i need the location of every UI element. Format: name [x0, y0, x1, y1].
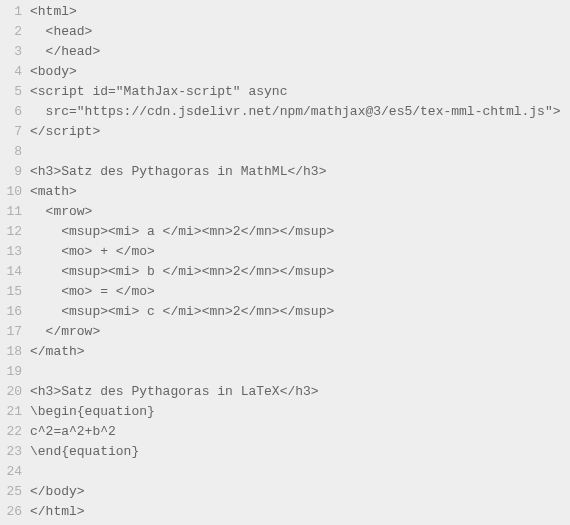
code-line: </mrow>	[30, 322, 570, 342]
code-line: c^2=a^2+b^2	[30, 422, 570, 442]
code-line: </math>	[30, 342, 570, 362]
code-line: </script>	[30, 122, 570, 142]
code-line: <msup><mi> a </mi><mn>2</mn></msup>	[30, 222, 570, 242]
line-number: 14	[0, 262, 22, 282]
line-number: 18	[0, 342, 22, 362]
code-block: 1234567891011121314151617181920212223242…	[0, 2, 570, 522]
line-number: 24	[0, 462, 22, 482]
line-number: 16	[0, 302, 22, 322]
line-number: 10	[0, 182, 22, 202]
code-line: <msup><mi> c </mi><mn>2</mn></msup>	[30, 302, 570, 322]
gutter: 1234567891011121314151617181920212223242…	[0, 2, 30, 522]
code-line: <script id="MathJax-script" async	[30, 82, 570, 102]
line-number: 8	[0, 142, 22, 162]
line-number: 11	[0, 202, 22, 222]
code-line	[30, 462, 570, 482]
code-line: <msup><mi> b </mi><mn>2</mn></msup>	[30, 262, 570, 282]
code-line: \end{equation}	[30, 442, 570, 462]
code-line: <mo> + </mo>	[30, 242, 570, 262]
line-number: 6	[0, 102, 22, 122]
code-line: <h3>Satz des Pythagoras in LaTeX</h3>	[30, 382, 570, 402]
line-number: 17	[0, 322, 22, 342]
code-line: <html>	[30, 2, 570, 22]
line-number: 26	[0, 502, 22, 522]
line-number: 19	[0, 362, 22, 382]
code-line: </html>	[30, 502, 570, 522]
code-line: <h3>Satz des Pythagoras in MathML</h3>	[30, 162, 570, 182]
line-number: 22	[0, 422, 22, 442]
line-number: 9	[0, 162, 22, 182]
line-number: 15	[0, 282, 22, 302]
code-line: src="https://cdn.jsdelivr.net/npm/mathja…	[30, 102, 570, 122]
code-line: </body>	[30, 482, 570, 502]
line-number: 13	[0, 242, 22, 262]
code-line: </head>	[30, 42, 570, 62]
line-number: 12	[0, 222, 22, 242]
line-number: 20	[0, 382, 22, 402]
code-line: <mrow>	[30, 202, 570, 222]
code-line: \begin{equation}	[30, 402, 570, 422]
line-number: 3	[0, 42, 22, 62]
line-number: 1	[0, 2, 22, 22]
code-lines: <html> <head> </head><body><script id="M…	[30, 2, 570, 522]
line-number: 23	[0, 442, 22, 462]
code-line: <head>	[30, 22, 570, 42]
line-number: 7	[0, 122, 22, 142]
line-number: 21	[0, 402, 22, 422]
line-number: 5	[0, 82, 22, 102]
code-line: <body>	[30, 62, 570, 82]
line-number: 2	[0, 22, 22, 42]
code-line: <math>	[30, 182, 570, 202]
code-line: <mo> = </mo>	[30, 282, 570, 302]
code-line	[30, 142, 570, 162]
code-line	[30, 362, 570, 382]
line-number: 25	[0, 482, 22, 502]
line-number: 4	[0, 62, 22, 82]
